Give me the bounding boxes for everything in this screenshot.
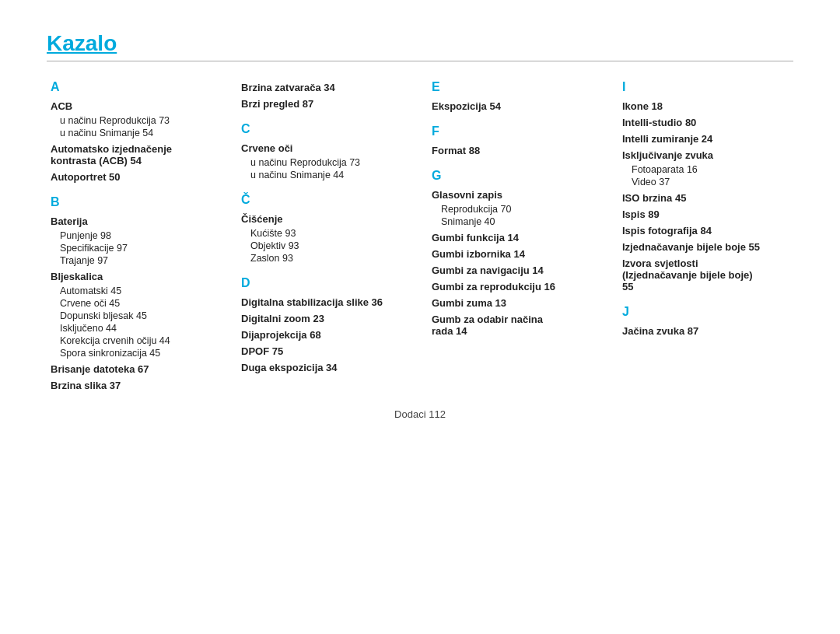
index-entry: Gumbi izbornika 14 [432, 248, 599, 260]
index-entry: Zaslon 93 [241, 253, 408, 264]
section-letter-F: F [432, 124, 599, 138]
index-entry: Snimanje 40 [432, 216, 599, 227]
page: Kazalo AACBu načinu Reprodukcija 73u nač… [0, 0, 840, 443]
index-entry: Gumb za odabir načina rada 14 [432, 313, 599, 337]
section-letter-B: B [51, 195, 218, 209]
index-entry: Digitalna stabilizacija slike 36 [241, 296, 408, 308]
index-entry: Video 37 [622, 177, 789, 187]
index-entry: Ikone 18 [622, 100, 789, 112]
section-letter-A: A [51, 80, 218, 94]
index-entry: Baterija [51, 215, 218, 227]
index-entry: Ispis fotografija 84 [622, 225, 789, 236]
index-entry: Ispis 89 [622, 208, 789, 220]
index-entry: u načinu Snimanje 54 [51, 128, 218, 138]
title-divider [47, 61, 793, 61]
column-1: Brzina zatvarača 34Brzi pregled 87CCrven… [237, 77, 412, 394]
index-entry: u načinu Snimanje 44 [241, 170, 408, 180]
index-entry: Brzina slika 37 [51, 380, 218, 391]
index-entry: Automatsko izjednačenje kontrasta (ACB) … [51, 143, 218, 166]
index-entry: u načinu Reprodukcija 73 [51, 115, 218, 126]
index-entry: Čišćenje [241, 213, 408, 225]
index-entry: Brzi pregled 87 [241, 98, 408, 110]
index-entry: Gumbi zuma 13 [432, 297, 599, 309]
index-entry: Trajanje 97 [51, 255, 218, 266]
index-entry: Jačina zvuka 87 [622, 325, 789, 337]
index-entry: Autoportret 50 [51, 171, 218, 183]
index-entry: u načinu Reprodukcija 73 [241, 157, 408, 168]
index-entry: Isključivanje zvuka [622, 149, 789, 161]
section-letter-J: J [622, 305, 789, 319]
index-entry: Specifikacije 97 [51, 243, 218, 254]
index-entry: Duga ekspozicija 34 [241, 362, 408, 373]
section-letter-I: I [622, 80, 789, 94]
index-entry: Brisanje datoteka 67 [51, 363, 218, 375]
index-entry: Izjednačavanje bijele boje 55 [622, 241, 789, 253]
index-entry: Gumbi funkcija 14 [432, 232, 599, 243]
index-entry: Korekcija crvenih očiju 44 [51, 335, 218, 346]
footer: Dodaci 112 [47, 408, 793, 420]
index-entry: Isključeno 44 [51, 323, 218, 334]
index-entry: Spora sinkronizacija 45 [51, 348, 218, 359]
index-entry: Format 88 [432, 145, 599, 156]
section-letter-D: D [241, 276, 408, 290]
index-entry: Intelli-studio 80 [622, 117, 789, 128]
index-entry: Automatski 45 [51, 285, 218, 296]
index-entry: Gumbi za reprodukciju 16 [432, 281, 599, 292]
index-entry: Objektiv 93 [241, 240, 408, 251]
column-0: AACBu načinu Reprodukcija 73u načinu Sni… [47, 77, 222, 394]
index-entry: Intelli zumiranje 24 [622, 133, 789, 145]
index-entry: Reprodukcija 70 [432, 204, 599, 215]
section-letter-G: G [432, 169, 599, 183]
index-entry: Dopunski bljesak 45 [51, 310, 218, 321]
section-letter-Č: Č [241, 193, 408, 207]
index-entry: Gumbi za navigaciju 14 [432, 264, 599, 276]
index-entry: Crvene oči 45 [51, 298, 218, 309]
index-entry: Dijaprojekcija 68 [241, 329, 408, 341]
section-letter-E: E [432, 80, 599, 94]
index-entry: Kućište 93 [241, 228, 408, 239]
index-entry: Fotoaparata 16 [622, 164, 789, 175]
index-entry: Bljeskalica [51, 271, 218, 282]
index-columns: AACBu načinu Reprodukcija 73u načinu Sni… [47, 77, 793, 394]
column-3: IIkone 18Intelli-studio 80Intelli zumira… [618, 77, 793, 394]
index-entry: DPOF 75 [241, 345, 408, 357]
index-entry: ISO brzina 45 [622, 192, 789, 204]
column-2: EEkspozicija 54FFormat 88GGlasovni zapis… [428, 77, 603, 394]
index-entry: Punjenje 98 [51, 230, 218, 241]
section-letter-C: C [241, 122, 408, 136]
index-entry: ACB [51, 100, 218, 112]
index-entry: Digitalni zoom 23 [241, 313, 408, 324]
index-entry: Crvene oči [241, 142, 408, 154]
index-entry: Ekspozicija 54 [432, 100, 599, 112]
page-title: Kazalo [47, 31, 793, 56]
index-entry: Glasovni zapis [432, 189, 599, 201]
index-entry: Brzina zatvarača 34 [241, 82, 408, 93]
index-entry: Izvora svjetlosti (Izjednačavanje bijele… [622, 257, 789, 292]
